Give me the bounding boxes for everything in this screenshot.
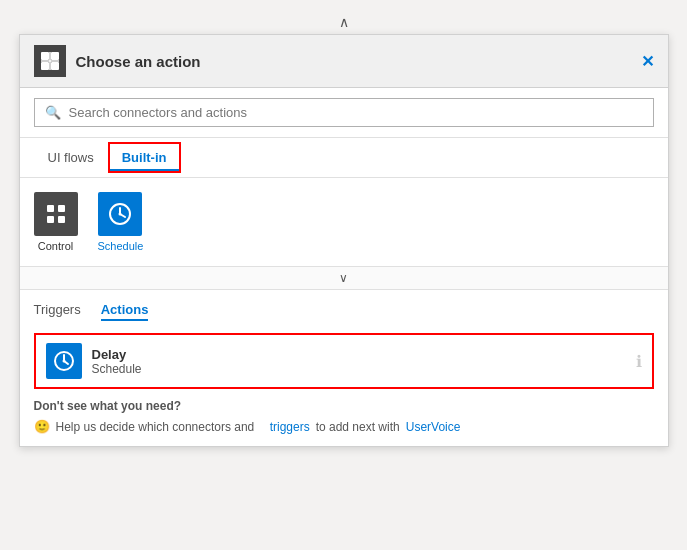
help-row-1: Don't see what you need? [34, 399, 654, 413]
uservoice-link[interactable]: triggers [270, 420, 310, 434]
action-sub: Schedule [92, 362, 142, 376]
svg-rect-7 [58, 205, 65, 212]
svg-point-13 [119, 213, 122, 216]
control-label: Control [38, 240, 73, 252]
help-section: Don't see what you need? 🙂 Help us decid… [34, 399, 654, 434]
uservoice-link-2[interactable]: UserVoice [406, 420, 461, 434]
svg-rect-8 [47, 216, 54, 223]
search-bar: 🔍 [20, 88, 668, 138]
schedule-label: Schedule [98, 240, 144, 252]
action-text: Delay Schedule [92, 347, 142, 376]
info-icon[interactable]: ℹ [636, 352, 642, 371]
smiley-icon: 🙂 [34, 419, 50, 434]
close-button[interactable]: ✕ [641, 52, 654, 71]
help-row-2: 🙂 Help us decide which connectors and tr… [34, 419, 654, 434]
search-input[interactable] [69, 105, 643, 120]
to-add-text: to add next with [316, 420, 400, 434]
sub-tabs: Triggers Actions [34, 302, 654, 321]
help-desc: Help us decide which connectors and [56, 420, 255, 434]
svg-rect-3 [51, 62, 59, 70]
svg-rect-1 [51, 52, 59, 60]
search-icon: 🔍 [45, 105, 61, 120]
svg-rect-9 [58, 216, 65, 223]
schedule-icon [98, 192, 142, 236]
control-icon [34, 192, 78, 236]
header-icon [34, 45, 66, 77]
tab-built-in[interactable]: Built-in [108, 142, 181, 173]
header-left: Choose an action [34, 45, 201, 77]
delay-icon [46, 343, 82, 379]
tab-ui-flows[interactable]: UI flows [34, 138, 108, 177]
panel-title: Choose an action [76, 53, 201, 70]
svg-rect-6 [47, 205, 54, 212]
tab-actions[interactable]: Actions [101, 302, 149, 321]
top-arrow-icon: ∧ [339, 14, 349, 30]
icons-grid: Control Schedule [34, 192, 654, 252]
triggers-text: triggers [270, 420, 310, 434]
schedule-item[interactable]: Schedule [98, 192, 144, 252]
dont-see-text: Don't see what you need? [34, 399, 182, 413]
svg-rect-2 [41, 62, 49, 70]
control-item[interactable]: Control [34, 192, 78, 252]
search-wrapper: 🔍 [34, 98, 654, 127]
panel-header: Choose an action ✕ [20, 35, 668, 88]
icons-section: Control Schedule [20, 178, 668, 267]
collapse-row: ∨ [20, 267, 668, 290]
tab-triggers[interactable]: Triggers [34, 302, 81, 321]
top-tabs: UI flows Built-in [20, 138, 668, 178]
choose-action-panel: Choose an action ✕ 🔍 UI flows Built-in [19, 34, 669, 447]
help-triggers [260, 420, 263, 434]
chevron-down-icon[interactable]: ∨ [339, 271, 348, 285]
svg-rect-0 [41, 52, 49, 60]
action-name: Delay [92, 347, 142, 362]
svg-point-17 [62, 360, 65, 363]
delay-schedule-action[interactable]: Delay Schedule ℹ [34, 333, 654, 389]
bottom-section: Triggers Actions Delay Schedule [20, 290, 668, 446]
